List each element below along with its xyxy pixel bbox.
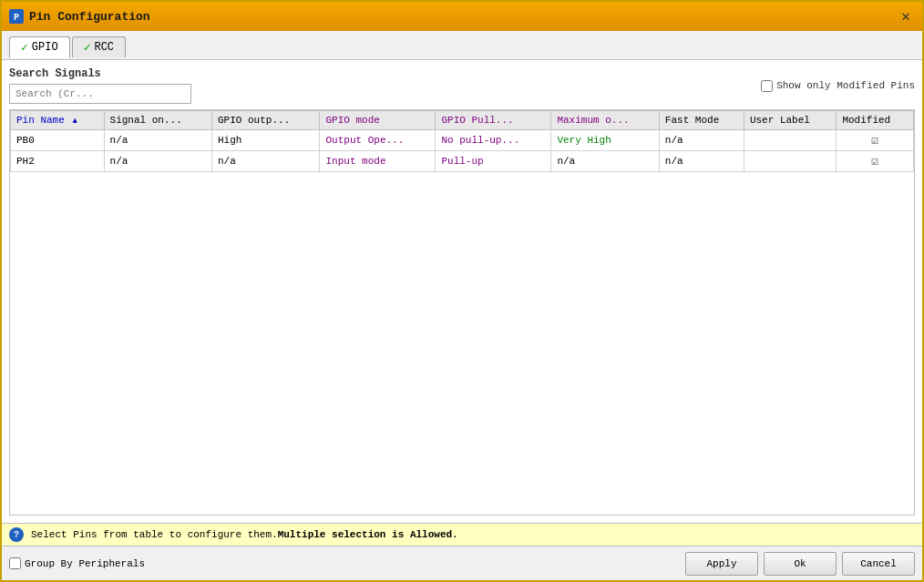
show-modified-label: Show only Modified Pins	[776, 80, 915, 91]
cell-user-label	[744, 151, 837, 172]
pins-table: Pin Name ▲ Signal on... GPIO outp... GPI…	[10, 110, 914, 172]
table-container: Pin Name ▲ Signal on... GPIO outp... GPI…	[9, 109, 915, 516]
search-left: Search Signals	[9, 67, 191, 104]
cell-signal-on: n/a	[104, 151, 211, 172]
cell-modified: ☑	[837, 130, 914, 151]
footer-buttons: Apply Ok Cancel	[685, 552, 915, 576]
modified-check-icon: ☑	[871, 134, 878, 148]
cell-gpio-pull: Pull-up	[436, 151, 551, 172]
ok-button[interactable]: Ok	[764, 552, 837, 576]
status-bar: ? Select Pins from table to configure th…	[2, 523, 922, 546]
window-title: Pin Configuration	[29, 10, 897, 24]
tab-gpio[interactable]: ✓ GPIO	[9, 36, 70, 58]
group-by-container: Group By Peripherals	[9, 557, 145, 569]
col-fast-mode[interactable]: Fast Mode	[659, 111, 744, 130]
table-row[interactable]: PB0 n/a High Output Ope... No pull-up...…	[11, 130, 914, 151]
cell-user-label	[744, 130, 837, 151]
table-header-row: Pin Name ▲ Signal on... GPIO outp... GPI…	[11, 111, 914, 130]
search-label: Search Signals	[9, 67, 191, 80]
cancel-button[interactable]: Cancel	[842, 552, 915, 576]
search-section: Search Signals Show only Modified Pins	[9, 67, 915, 104]
col-modified[interactable]: Modified	[837, 111, 914, 130]
close-button[interactable]: ✕	[897, 7, 915, 26]
show-modified-container: Show only Modified Pins	[761, 80, 915, 92]
cell-pin-name: PH2	[11, 151, 105, 172]
main-window: P Pin Configuration ✕ ✓ GPIO ✓ RCC Searc…	[0, 0, 924, 582]
status-icon: ?	[9, 527, 24, 542]
gpio-check-icon: ✓	[21, 40, 28, 55]
table-row[interactable]: PH2 n/a n/a Input mode Pull-up n/a n/a ☑	[11, 151, 914, 172]
status-text-normal: Select Pins from table to configure them…	[31, 529, 278, 540]
cell-gpio-pull: No pull-up...	[436, 130, 551, 151]
cell-modified: ☑	[837, 151, 914, 172]
tab-gpio-label: GPIO	[32, 41, 58, 54]
col-signal-on[interactable]: Signal on...	[104, 111, 211, 130]
group-by-label: Group By Peripherals	[25, 558, 145, 569]
cell-fast-mode: n/a	[659, 151, 744, 172]
group-by-checkbox[interactable]	[9, 557, 21, 569]
tab-rcc[interactable]: ✓ RCC	[72, 36, 126, 57]
col-maximum-o[interactable]: Maximum o...	[551, 111, 659, 130]
cell-pin-name: PB0	[11, 130, 105, 151]
svg-text:P: P	[14, 13, 19, 23]
title-bar: P Pin Configuration ✕	[2, 2, 922, 31]
cell-gpio-mode: Output Ope...	[320, 130, 436, 151]
apply-button[interactable]: Apply	[685, 552, 758, 576]
content-area: Search Signals Show only Modified Pins P…	[2, 60, 922, 523]
tab-bar: ✓ GPIO ✓ RCC	[2, 31, 922, 60]
tab-rcc-label: RCC	[94, 41, 114, 54]
col-user-label[interactable]: User Label	[744, 111, 837, 130]
window-icon: P	[9, 9, 24, 24]
cell-maximum-o: Very High	[551, 130, 659, 151]
cell-fast-mode: n/a	[659, 130, 744, 151]
sort-icon: ▲	[72, 117, 77, 126]
col-gpio-pull[interactable]: GPIO Pull...	[436, 111, 551, 130]
col-gpio-mode[interactable]: GPIO mode	[320, 111, 436, 130]
rcc-check-icon: ✓	[84, 40, 91, 55]
cell-gpio-mode: Input mode	[320, 151, 436, 172]
col-pin-name[interactable]: Pin Name ▲	[11, 111, 105, 130]
show-modified-checkbox[interactable]	[761, 80, 773, 92]
cell-signal-on: n/a	[104, 130, 211, 151]
cell-gpio-outp: n/a	[212, 151, 320, 172]
modified-check-icon: ☑	[871, 155, 878, 168]
cell-gpio-outp: High	[212, 130, 320, 151]
search-input[interactable]	[9, 84, 191, 104]
col-gpio-outp[interactable]: GPIO outp...	[212, 111, 320, 130]
cell-maximum-o: n/a	[551, 151, 659, 172]
status-text-bold: Multiple selection is Allowed.	[278, 529, 458, 540]
footer-bar: Group By Peripherals Apply Ok Cancel	[2, 546, 922, 580]
